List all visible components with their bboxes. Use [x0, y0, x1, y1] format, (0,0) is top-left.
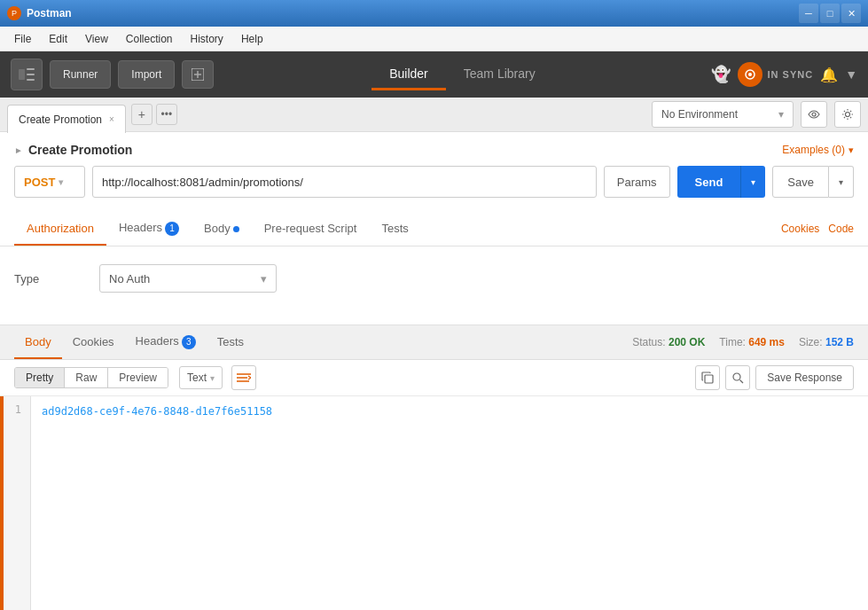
send-button-group: Send ▾ [677, 166, 766, 198]
runner-button[interactable]: Runner [50, 60, 111, 89]
content-area: Create Promotion × + ••• No Environment … [0, 98, 868, 610]
title-bar: P Postman ─ □ ✕ [0, 0, 868, 27]
sub-tabs-right: Cookies Code [781, 223, 854, 235]
response-body: 1 ad9d2d68-ce9f-4e76-8848-d1e7f6e51158 [0, 396, 868, 610]
menu-view[interactable]: View [78, 29, 115, 49]
auth-type-selector[interactable]: No Auth ▾ [99, 264, 277, 293]
save-response-button[interactable]: Save Response [755, 365, 854, 390]
new-tab-button[interactable]: + [131, 104, 152, 125]
env-selector[interactable]: No Environment ▾ [652, 101, 794, 128]
menu-bar: File Edit View Collection History Help [0, 27, 868, 51]
save-button[interactable]: Save [772, 166, 829, 198]
svg-rect-3 [27, 79, 35, 81]
response-tab-cookies[interactable]: Cookies [62, 326, 125, 359]
response-line-1: ad9d2d68-ce9f-4e76-8848-d1e7f6e51158 [42, 403, 857, 420]
copy-response-button[interactable] [695, 365, 720, 390]
headers-badge: 1 [165, 222, 179, 236]
method-selector[interactable]: POST ▾ [14, 166, 85, 198]
toolbar-chevron[interactable]: ▼ [845, 67, 857, 82]
search-response-button[interactable] [725, 365, 750, 390]
save-dropdown-chevron: ▾ [839, 177, 843, 187]
format-tab-preview[interactable]: Preview [108, 368, 168, 387]
method-chevron-icon: ▾ [59, 177, 63, 187]
ghost-icon[interactable]: 👻 [711, 65, 731, 84]
app-icon: P [7, 6, 21, 20]
tab-body[interactable]: Body [192, 213, 252, 246]
tab-builder[interactable]: Builder [371, 59, 446, 90]
env-eye-button[interactable] [801, 101, 827, 128]
auth-type-row: Type No Auth ▾ [14, 264, 854, 293]
svg-point-8 [748, 73, 752, 76]
env-chevron-icon: ▾ [778, 108, 784, 121]
menu-edit[interactable]: Edit [42, 29, 74, 49]
window-controls: ─ □ ✕ [799, 4, 861, 23]
left-indicator [0, 396, 4, 610]
response-type-selector[interactable]: Text ▾ [179, 366, 223, 389]
nav-tabs: Builder Team Library [221, 59, 703, 90]
url-input[interactable] [92, 166, 597, 198]
sync-icon [738, 62, 762, 87]
auth-type-chevron-icon: ▾ [261, 272, 267, 285]
menu-file[interactable]: File [7, 29, 38, 49]
env-settings-button[interactable] [834, 101, 861, 128]
tab-pre-request-script[interactable]: Pre-request Script [252, 213, 370, 246]
request-title-text: Create Promotion [28, 143, 132, 157]
response-status: Status: 200 OK Time: 649 ms Size: 152 B [632, 336, 854, 348]
save-button-group: Save ▾ [772, 166, 854, 198]
line-number-1: 1 [9, 403, 21, 416]
env-label: No Environment [661, 108, 738, 121]
close-tab-icon[interactable]: × [109, 114, 114, 124]
svg-line-16 [740, 380, 744, 384]
svg-rect-0 [19, 69, 25, 80]
tab-tests[interactable]: Tests [369, 213, 420, 246]
tab-authorization[interactable]: Authorization [14, 213, 106, 246]
close-button[interactable]: ✕ [841, 4, 861, 23]
sidebar-toggle-button[interactable] [11, 59, 43, 90]
response-content: ad9d2d68-ce9f-4e76-8848-d1e7f6e51158 [31, 396, 868, 610]
menu-history[interactable]: History [184, 29, 231, 49]
title-bar-left: P Postman [7, 6, 72, 20]
word-wrap-button[interactable] [231, 365, 256, 390]
line-numbers: 1 [0, 396, 31, 610]
time-value: 649 ms [748, 336, 785, 348]
tab-team-library[interactable]: Team Library [446, 59, 553, 90]
tab-headers[interactable]: Headers1 [106, 212, 192, 246]
minimize-button[interactable]: ─ [799, 4, 818, 23]
examples-link[interactable]: Examples (0) [782, 144, 845, 156]
menu-help[interactable]: Help [234, 29, 270, 49]
request-sub-tabs: Authorization Headers1 Body Pre-request … [0, 212, 868, 246]
send-dropdown-button[interactable]: ▾ [740, 166, 765, 198]
svg-rect-14 [705, 375, 713, 383]
format-tab-pretty[interactable]: Pretty [15, 368, 65, 387]
active-request-tab[interactable]: Create Promotion × [7, 105, 126, 133]
send-button[interactable]: Send [677, 166, 741, 198]
response-tab-headers[interactable]: Headers3 [125, 325, 207, 360]
examples-area: Examples (0) ▾ [782, 144, 854, 156]
status-label: Status: 200 OK [632, 336, 705, 348]
more-tabs-button[interactable]: ••• [156, 104, 177, 125]
params-button[interactable]: Params [604, 166, 670, 198]
request-title[interactable]: ► Create Promotion [14, 143, 132, 157]
format-tab-raw[interactable]: Raw [65, 368, 108, 387]
sync-text: IN SYNC [768, 69, 814, 80]
sync-area: IN SYNC [738, 62, 814, 87]
maximize-button[interactable]: □ [820, 4, 840, 23]
save-dropdown-button[interactable]: ▾ [829, 166, 854, 198]
auth-type-label: Type [14, 272, 85, 285]
bell-icon[interactable]: 🔔 [820, 66, 838, 83]
send-dropdown-chevron: ▾ [751, 177, 755, 187]
import-button[interactable]: Import [118, 60, 175, 89]
new-request-button[interactable] [182, 60, 214, 89]
response-tab-body[interactable]: Body [14, 326, 62, 359]
code-link[interactable]: Code [828, 223, 854, 235]
svg-rect-2 [27, 74, 35, 75]
response-format-tabs: Pretty Raw Preview [14, 367, 168, 388]
url-bar: POST ▾ Params Send ▾ Save ▾ [14, 166, 854, 198]
request-section: ► Create Promotion Examples (0) ▾ POST ▾… [0, 132, 868, 205]
cookies-link[interactable]: Cookies [781, 223, 819, 235]
auth-section: Type No Auth ▾ [0, 246, 868, 325]
response-tab-tests[interactable]: Tests [207, 326, 254, 359]
toolbar-right: 👻 IN SYNC 🔔 ▼ [711, 62, 857, 87]
menu-collection[interactable]: Collection [119, 29, 180, 49]
status-value: 200 OK [669, 336, 705, 348]
